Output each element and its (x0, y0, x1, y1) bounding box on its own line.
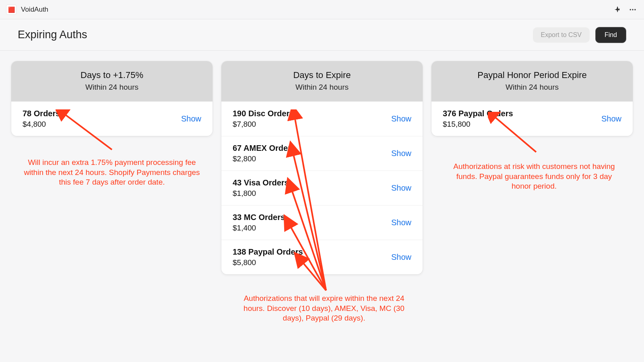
row-amount: $4,800 (23, 120, 181, 129)
card-expire: Days to Expire Within 24 hours 190 Disc … (221, 61, 423, 274)
annotation-text: Authorizations that will expire within t… (237, 294, 411, 323)
app-icon: 🟥 (6, 5, 16, 14)
row-label: 78 Orders (23, 109, 181, 118)
order-row: 190 Disc Orders $7,800 Show (221, 101, 423, 136)
card-title: Days to Expire (225, 70, 419, 80)
row-label: 67 AMEX Orders (233, 144, 391, 153)
order-row: 33 MC Orders $1,400 Show (221, 205, 423, 240)
show-link[interactable]: Show (391, 253, 411, 262)
app-icon-glyph: 🟥 (8, 6, 15, 13)
pin-icon[interactable] (613, 5, 622, 14)
show-link[interactable]: Show (601, 114, 621, 123)
order-row: 43 Visa Orders $1,800 Show (221, 171, 423, 205)
show-link[interactable]: Show (391, 114, 411, 123)
row-label: 190 Disc Orders (233, 109, 391, 118)
svg-point-0 (630, 9, 631, 10)
svg-point-2 (634, 9, 636, 10)
order-row: 67 AMEX Orders $2,800 Show (221, 136, 423, 171)
show-link[interactable]: Show (391, 183, 411, 193)
row-amount: $2,800 (233, 154, 391, 163)
find-button[interactable]: Find (595, 27, 626, 43)
column-paypal: Paypal Honor Period Expire Within 24 hou… (431, 61, 633, 136)
app-name: VoidAuth (21, 6, 48, 14)
row-amount: $5,800 (233, 258, 391, 267)
card-head: Paypal Honor Period Expire Within 24 hou… (431, 61, 633, 101)
page-title: Expiring Auths (18, 29, 87, 41)
card-subtitle: Within 24 hours (225, 83, 419, 92)
row-amount: $1,800 (233, 189, 391, 198)
topbar: 🟥 VoidAuth (0, 0, 644, 19)
annotation-text: Will incur an extra 1.75% payment proces… (19, 158, 204, 187)
card-subtitle: Within 24 hours (436, 83, 629, 92)
show-link[interactable]: Show (181, 114, 201, 123)
column-expire: Days to Expire Within 24 hours 190 Disc … (221, 61, 423, 274)
row-amount: $7,800 (233, 120, 391, 129)
card-subtitle: Within 24 hours (15, 83, 208, 92)
card-title: Paypal Honor Period Expire (436, 70, 629, 80)
card-head: Days to Expire Within 24 hours (221, 61, 423, 101)
order-row: 78 Orders $4,800 Show (11, 101, 213, 136)
row-label: 138 Paypal Orders (233, 247, 391, 257)
columns: Days to +1.75% Within 24 hours 78 Orders… (0, 51, 644, 274)
card-title: Days to +1.75% (15, 70, 208, 80)
show-link[interactable]: Show (391, 149, 411, 158)
show-link[interactable]: Show (391, 218, 411, 227)
title-row: Expiring Auths Export to CSV Find (0, 19, 644, 51)
row-label: 376 Paypal Orders (443, 109, 601, 118)
export-csv-button[interactable]: Export to CSV (533, 27, 590, 43)
row-amount: $1,400 (233, 224, 391, 232)
card-fee: Days to +1.75% Within 24 hours 78 Orders… (11, 61, 213, 136)
row-label: 33 MC Orders (233, 213, 391, 222)
annotation-text: Authorizations at risk with customers no… (452, 162, 617, 191)
more-icon[interactable] (628, 5, 638, 14)
card-head: Days to +1.75% Within 24 hours (11, 61, 213, 101)
order-row: 376 Paypal Orders $15,800 Show (431, 101, 633, 136)
row-label: 43 Visa Orders (233, 178, 391, 187)
svg-point-1 (632, 9, 633, 10)
row-amount: $15,800 (443, 120, 601, 129)
order-row: 138 Paypal Orders $5,800 Show (221, 240, 423, 274)
card-paypal: Paypal Honor Period Expire Within 24 hou… (431, 61, 633, 136)
column-fee: Days to +1.75% Within 24 hours 78 Orders… (11, 61, 213, 136)
